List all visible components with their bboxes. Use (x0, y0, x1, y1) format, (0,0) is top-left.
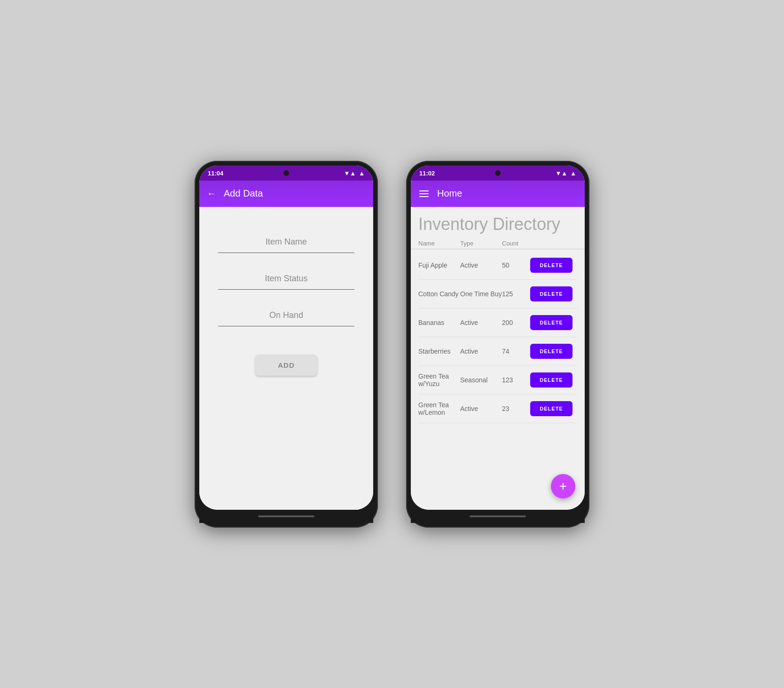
menu-line-2 (419, 193, 429, 194)
on-hand-field[interactable] (218, 308, 354, 326)
add-data-screen: ADD (199, 207, 373, 510)
row-type-1: One Time Buy (460, 290, 502, 298)
menu-line-3 (419, 196, 429, 197)
camera-notch (283, 170, 289, 176)
add-button[interactable]: ADD (255, 355, 317, 376)
delete-button-1[interactable]: DELETE (530, 286, 572, 301)
row-type-2: Active (460, 319, 502, 326)
table-row: Fuji Apple Active 50 DELETE (418, 251, 577, 280)
app-bar-2: Home (411, 181, 585, 207)
signal-icon-1: ▲ (359, 170, 365, 177)
table-row: Green Tea w/Lemon Active 23 DELETE (418, 395, 577, 423)
phone-home: 11:02 ▼▲ ▲ Home Inventory Directory Name… (406, 161, 589, 528)
col-header-action (530, 240, 577, 247)
row-count-5: 23 (502, 405, 530, 412)
row-type-5: Active (460, 405, 502, 412)
phone-bottom-bar-1 (199, 510, 373, 523)
table-row: Cotton Candy One Time Buy 125 DELETE (418, 280, 577, 308)
app-bar-title-2: Home (437, 188, 462, 199)
row-type-3: Active (460, 348, 502, 355)
table-row: Green Tea w/Yuzu Seasonal 123 DELETE (418, 366, 577, 395)
home-indicator-1 (258, 515, 314, 517)
row-type-4: Seasonal (460, 376, 502, 384)
back-button[interactable]: ← (207, 188, 216, 199)
row-count-0: 50 (502, 261, 530, 269)
inventory-list: Fuji Apple Active 50 DELETE Cotton Candy… (411, 251, 585, 510)
inventory-screen: Inventory Directory Name Type Count Fuji… (411, 207, 585, 510)
phone-bottom-bar-2 (411, 510, 585, 523)
status-time-1: 11:04 (208, 170, 223, 177)
app-bar-1: ← Add Data (199, 181, 373, 207)
wifi-icon-1: ▼▲ (344, 170, 356, 177)
item-status-input[interactable] (218, 272, 354, 285)
menu-button[interactable] (418, 190, 430, 198)
row-name-1: Cotton Candy (418, 290, 460, 298)
row-count-2: 200 (502, 319, 530, 326)
item-status-field[interactable] (218, 272, 354, 290)
delete-button-0[interactable]: DELETE (530, 258, 572, 273)
delete-button-2[interactable]: DELETE (530, 315, 572, 330)
row-name-4: Green Tea w/Yuzu (418, 372, 460, 387)
delete-button-4[interactable]: DELETE (530, 372, 572, 387)
delete-button-3[interactable]: DELETE (530, 344, 572, 359)
delete-button-5[interactable]: DELETE (530, 401, 572, 416)
signal-icon-2: ▲ (570, 170, 576, 177)
row-name-2: Bananas (418, 319, 460, 326)
home-indicator-2 (470, 515, 526, 517)
table-row: Starberries Active 74 DELETE (418, 337, 577, 366)
col-header-type: Type (460, 240, 502, 247)
fab-add-button[interactable]: + (551, 474, 575, 498)
phone-add-data: 11:04 ▼▲ ▲ ← Add Data AD (195, 161, 378, 528)
table-row: Bananas Active 200 DELETE (418, 308, 577, 337)
row-name-5: Green Tea w/Lemon (418, 401, 460, 416)
inventory-title: Inventory Directory (411, 207, 585, 238)
row-count-3: 74 (502, 348, 530, 355)
col-header-count: Count (502, 240, 530, 247)
row-type-0: Active (460, 261, 502, 269)
row-name-0: Fuji Apple (418, 261, 460, 269)
app-bar-title-1: Add Data (224, 188, 263, 199)
item-name-field[interactable] (218, 235, 354, 253)
col-header-name: Name (418, 240, 460, 247)
row-count-1: 125 (502, 290, 530, 298)
status-time-2: 11:02 (419, 170, 435, 177)
camera-notch-2 (495, 170, 501, 176)
item-name-input[interactable] (218, 235, 354, 249)
status-icons-2: ▼▲ ▲ (555, 170, 576, 177)
inventory-table-header: Name Type Count (411, 238, 585, 249)
row-count-4: 123 (502, 376, 530, 384)
menu-line-1 (419, 190, 429, 191)
on-hand-input[interactable] (218, 308, 354, 322)
row-name-3: Starberries (418, 348, 460, 355)
status-icons-1: ▼▲ ▲ (344, 170, 365, 177)
wifi-icon-2: ▼▲ (555, 170, 567, 177)
